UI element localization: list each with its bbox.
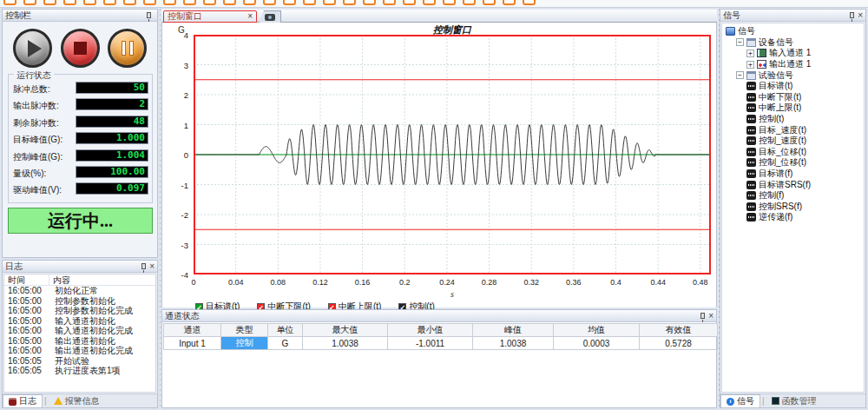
toolbar-icon[interactable] (183, 0, 196, 5)
channel-cell: G (268, 337, 303, 350)
toolbar-icon[interactable] (203, 0, 216, 5)
toolbar-icon[interactable] (343, 0, 356, 5)
signal-panel-header: 信号 × (720, 10, 865, 22)
channel-status-header: 通道状态 × (162, 310, 716, 322)
status-field-label: 剩余脉冲数: (13, 117, 59, 129)
status-field-label: 驱动峰值(V): (13, 184, 62, 196)
pause-button[interactable] (108, 29, 147, 68)
toolbar-icon[interactable] (83, 0, 96, 5)
pause-icon (122, 41, 134, 56)
x-tick-label: 0.4 (599, 278, 634, 287)
dock-tab-alarm[interactable]: 报警信息 (49, 394, 105, 407)
tree-item[interactable]: 逆传递(f) (722, 212, 864, 223)
start-button[interactable] (13, 29, 52, 68)
pin-icon[interactable] (700, 313, 705, 319)
pin-icon[interactable] (141, 263, 146, 269)
channel-column-header: 最小值 (388, 324, 473, 337)
toolbar-icon[interactable] (263, 0, 276, 5)
tree-item[interactable]: 目标_位移(t) (722, 147, 864, 158)
pin-icon[interactable] (147, 12, 151, 18)
close-icon[interactable]: × (708, 313, 713, 320)
dock-tab-function-manager[interactable]: 函数管理 (766, 394, 822, 407)
toolbar-icon[interactable] (443, 0, 456, 5)
tab-close-icon[interactable]: × (247, 13, 253, 20)
status-field-label: 目标峰值(G): (13, 134, 62, 146)
tree-item[interactable]: 目标谱(t) (722, 81, 864, 92)
log-time: 16:05:00 (4, 306, 49, 316)
toolbar-icon[interactable] (323, 0, 336, 5)
x-tick-label: 0.48 (683, 278, 718, 287)
tree-item[interactable]: +输出通道 1 (722, 59, 864, 70)
tree-item[interactable]: +输入通道 1 (722, 48, 864, 59)
toolbar-icon[interactable] (463, 0, 476, 5)
close-icon[interactable]: × (149, 263, 155, 270)
control-window-chart: 控制窗口 G 43210-1-2-3-4 00.040.080.120.160.… (161, 23, 717, 308)
splitter-left[interactable] (159, 9, 161, 408)
play-icon (28, 40, 42, 57)
tree-item[interactable]: 中断上限(t) (722, 102, 864, 114)
toolbar-icon[interactable] (363, 0, 376, 5)
tree-expander-icon[interactable]: + (746, 50, 754, 57)
tree-expander-icon[interactable]: + (746, 61, 754, 69)
tree-item[interactable]: 中断下限(t) (722, 92, 864, 103)
splitter-right[interactable] (718, 9, 720, 408)
tree-expander-icon[interactable]: − (736, 71, 744, 79)
log-row: 16:05:00控制参数初始化完成 (4, 306, 155, 316)
tab-control-window[interactable]: 控制窗口 × (163, 10, 257, 23)
signal-leaf-icon (746, 126, 756, 135)
toolbar-icon[interactable] (143, 0, 156, 5)
channel-cell: -1.0011 (388, 337, 473, 350)
tree-item[interactable]: 目标_速度(t) (722, 124, 864, 136)
toolbar-icon[interactable] (483, 0, 496, 5)
toolbar-icon[interactable] (423, 0, 436, 5)
tree-item[interactable]: 信号 (722, 26, 864, 37)
plot-canvas[interactable] (194, 35, 711, 274)
log-panel: 日志 × 时间 内容 16:05:00初始化正常16:05:00控制参数初始化1… (2, 260, 158, 408)
dock-tab-label: 信号 (737, 395, 754, 407)
channel-cell: Input 1 (164, 337, 221, 350)
toolbar-icon[interactable] (523, 0, 536, 5)
log-content: 执行进度表第1项 (49, 366, 121, 376)
tree-expander-icon[interactable]: − (736, 38, 744, 46)
toolbar-icon[interactable] (283, 0, 296, 5)
x-tick-label: 0.12 (303, 278, 338, 287)
toolbar-icon[interactable] (383, 0, 396, 5)
toolbar-icon[interactable] (503, 0, 516, 5)
status-field-label: 控制峰值(G): (13, 151, 62, 163)
stop-button[interactable] (61, 29, 100, 68)
toolbar-icon[interactable] (3, 0, 16, 5)
tree-item[interactable]: 控制_位移(t) (722, 157, 864, 169)
tree-item[interactable]: 控制_速度(t) (722, 136, 864, 147)
signal-leaf-icon (746, 158, 756, 167)
tree-item[interactable]: 控制SRS(f) (722, 202, 864, 213)
dock-tab-label: 函数管理 (782, 395, 817, 407)
toolbar-icon[interactable] (303, 0, 316, 5)
toolbar-icon[interactable] (103, 0, 116, 5)
y-tick-label: -3 (162, 241, 188, 250)
toolbar-icon[interactable] (43, 0, 56, 5)
tree-item[interactable]: 目标谱(f) (722, 169, 864, 180)
tree-item[interactable]: 控制(f) (722, 190, 864, 202)
toolbar-icon[interactable] (123, 0, 136, 5)
toolbar-icon[interactable] (63, 0, 76, 5)
log-time: 16:05:00 (4, 336, 49, 347)
tree-item[interactable]: 控制(t) (722, 114, 864, 125)
toolbar-icon[interactable] (163, 0, 176, 5)
status-field-row: 目标峰值(G):1.000 (9, 132, 152, 145)
toolbar-icon[interactable] (243, 0, 256, 5)
toolbar-icon[interactable] (403, 0, 416, 5)
control-bar-panel: 控制栏 运行状态 脉冲总数:50输出脉冲数:2剩余脉冲数:48目标峰值(G):1… (2, 9, 158, 258)
table-row[interactable]: Input 1控制G1.0038-1.00111.00380.00030.572… (164, 337, 718, 350)
tab-screenshot[interactable] (259, 10, 281, 23)
log-time: 16:05:00 (4, 286, 49, 296)
tree-item[interactable]: −设备信号 (722, 37, 864, 49)
toolbar-icon[interactable] (223, 0, 236, 5)
pin-icon[interactable] (850, 12, 854, 18)
dock-tab-log[interactable]: 日志 (3, 394, 43, 407)
tree-item[interactable]: 目标谱SRS(f) (722, 179, 864, 190)
toolbar-icon[interactable] (23, 0, 36, 5)
tree-item[interactable]: −试验信号 (722, 69, 864, 81)
close-icon[interactable]: × (858, 12, 863, 19)
tab-label: 控制窗口 (168, 10, 247, 23)
dock-tab-signal[interactable]: i信号 (720, 394, 760, 407)
